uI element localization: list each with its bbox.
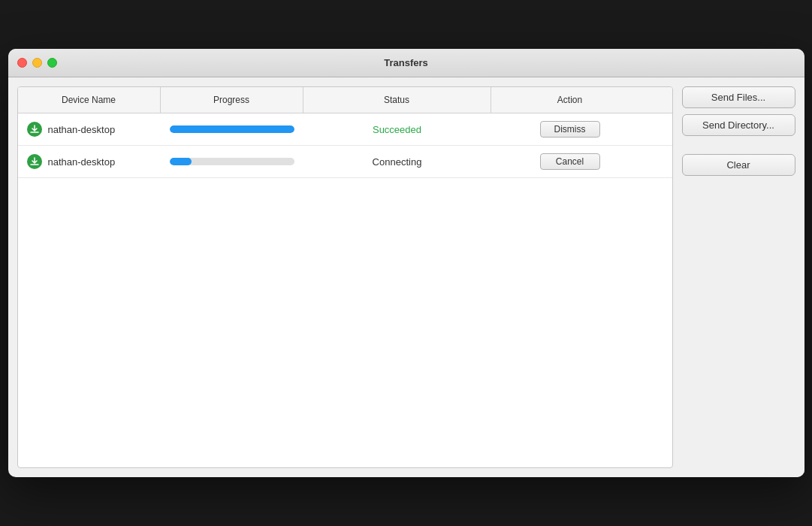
titlebar: Transfers <box>8 49 804 77</box>
status-cell-2: Connecting <box>303 149 491 175</box>
maximize-button[interactable] <box>47 58 57 68</box>
sidebar: Send Files... Send Directory... Clear <box>673 77 804 477</box>
status-label-1: Succeeded <box>373 124 421 135</box>
header-action: Action <box>491 87 649 113</box>
header-status: Status <box>303 87 491 113</box>
action-cell-2: Cancel <box>491 146 649 177</box>
progress-bar-1 <box>170 125 294 133</box>
clear-button[interactable]: Clear <box>682 154 795 176</box>
header-progress: Progress <box>161 87 303 113</box>
table-body: nathan-desktop Succeeded Dismiss <box>18 113 672 467</box>
sidebar-spacer <box>682 142 795 148</box>
download-icon-2 <box>27 154 42 169</box>
cancel-button[interactable]: Cancel <box>540 153 600 170</box>
table-row: nathan-desktop Connecting Cancel <box>18 146 672 178</box>
traffic-lights <box>17 58 57 68</box>
window-title: Transfers <box>384 57 428 68</box>
download-arrow-icon-2 <box>30 157 39 166</box>
close-button[interactable] <box>17 58 27 68</box>
progress-cell-1 <box>161 118 303 141</box>
window-body: Device Name Progress Status Action natha <box>8 77 804 477</box>
send-files-button[interactable]: Send Files... <box>682 86 795 108</box>
transfers-window: Transfers Device Name Progress Status Ac… <box>8 49 804 477</box>
status-label-2: Connecting <box>373 156 422 168</box>
download-icon <box>27 122 42 137</box>
device-name-label: nathan-desktop <box>48 124 116 135</box>
dismiss-button[interactable]: Dismiss <box>540 121 600 138</box>
download-arrow-icon <box>30 125 39 134</box>
device-name-label-2: nathan-desktop <box>48 156 116 168</box>
progress-bar-2 <box>170 158 294 165</box>
device-name-cell-2: nathan-desktop <box>18 147 161 177</box>
device-name-cell: nathan-desktop <box>18 114 161 144</box>
progress-bar-fill-1 <box>170 125 294 133</box>
send-directory-button[interactable]: Send Directory... <box>682 114 795 136</box>
progress-cell-2 <box>161 150 303 173</box>
header-device-name: Device Name <box>18 87 161 113</box>
progress-bar-fill-2 <box>170 158 192 165</box>
table-row: nathan-desktop Succeeded Dismiss <box>18 113 672 146</box>
action-cell-1: Dismiss <box>491 113 649 145</box>
transfers-table: Device Name Progress Status Action natha <box>17 86 673 468</box>
status-cell-1: Succeeded <box>303 116 491 143</box>
table-header: Device Name Progress Status Action <box>18 87 672 113</box>
minimize-button[interactable] <box>32 58 42 68</box>
